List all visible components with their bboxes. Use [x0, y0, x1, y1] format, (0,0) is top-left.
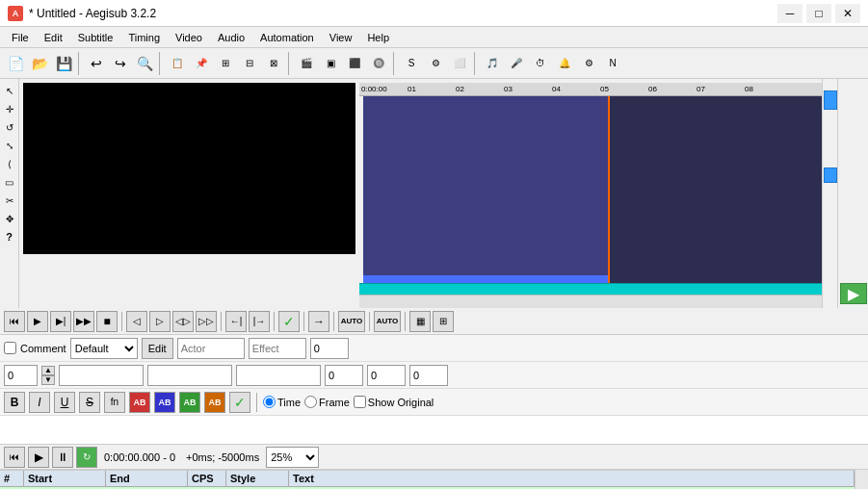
tool-move[interactable]: ✥ — [2, 211, 17, 226]
tb-b17[interactable]: ⚙ — [577, 52, 600, 75]
menu-item-view[interactable]: View — [322, 30, 360, 45]
tb-b2[interactable]: 📌 — [190, 52, 213, 75]
line-number-input[interactable] — [4, 365, 38, 386]
margin-r-input[interactable] — [367, 365, 406, 386]
snap-fwd-button[interactable]: |→ — [249, 311, 270, 332]
start-time-input[interactable]: 0:00:00.00 — [59, 365, 144, 386]
ab-button-3[interactable]: AB — [179, 392, 200, 413]
tb-b8[interactable]: ⬛ — [343, 52, 366, 75]
end-time-input[interactable]: 0:00:05.00 — [147, 365, 232, 386]
menu-item-help[interactable]: Help — [359, 30, 397, 45]
underline-button[interactable]: U — [54, 392, 75, 413]
tool-shear[interactable]: ⟨ — [2, 156, 17, 171]
menu-item-video[interactable]: Video — [168, 30, 210, 45]
time-radio[interactable] — [263, 396, 276, 408]
toggle-btn-2[interactable]: ▷ — [149, 311, 171, 332]
frame-radio[interactable] — [304, 396, 317, 408]
ab-button-1[interactable]: AB — [129, 392, 150, 413]
tool-rect[interactable]: ▭ — [2, 174, 17, 190]
menu-item-file[interactable]: File — [4, 30, 37, 45]
playback-play[interactable]: ▶ — [28, 447, 49, 468]
spin-down[interactable]: ▼ — [41, 375, 55, 385]
bold-button[interactable]: B — [4, 392, 25, 413]
strikeout-button[interactable]: S — [79, 392, 100, 413]
find-button[interactable]: 🔍 — [133, 52, 156, 75]
toggle-btn-3[interactable]: ◁▷ — [172, 311, 194, 332]
tool-crosshair[interactable]: ✛ — [2, 101, 17, 116]
goto-start-button[interactable]: ⏮ — [4, 311, 25, 332]
line-number-spinners[interactable]: ▲ ▼ — [41, 366, 55, 385]
tb-b3[interactable]: ⊞ — [214, 52, 237, 75]
maximize-button[interactable]: □ — [806, 4, 831, 23]
menu-item-timing[interactable]: Timing — [120, 30, 168, 45]
zoom-select[interactable]: 25% 50% 100% — [266, 447, 319, 468]
menu-item-edit[interactable]: Edit — [37, 30, 70, 45]
menu-item-subtitle[interactable]: Subtitle — [70, 30, 121, 45]
margin-l-input[interactable] — [325, 365, 363, 386]
show-original-checkbox[interactable] — [354, 396, 366, 408]
tb-b18[interactable]: N — [601, 52, 624, 75]
check-button[interactable]: ✓ — [278, 311, 300, 332]
playback-pause[interactable]: ⏸ — [52, 447, 73, 468]
ab-button-2[interactable]: AB — [154, 392, 175, 413]
tool-select[interactable]: ↖ — [2, 83, 17, 98]
tb-b4[interactable]: ⊟ — [238, 52, 261, 75]
tb-b10[interactable]: S — [400, 52, 423, 75]
menu-item-automation[interactable]: Automation — [252, 30, 322, 45]
redo-button[interactable]: ↪ — [109, 52, 132, 75]
undo-button[interactable]: ↩ — [85, 52, 108, 75]
spin-up[interactable]: ▲ — [41, 366, 55, 375]
tool-help[interactable]: ? — [2, 229, 17, 244]
right-scrollbar[interactable] — [822, 79, 837, 308]
open-button[interactable]: 📂 — [28, 52, 51, 75]
stop-button[interactable]: ■ — [96, 311, 118, 332]
tb-b7[interactable]: ▣ — [319, 52, 342, 75]
tb-b12[interactable]: ⬜ — [448, 52, 471, 75]
menu-item-audio[interactable]: Audio — [210, 30, 252, 45]
histogram-button[interactable]: ▦ — [409, 311, 431, 332]
tool-rotate[interactable]: ↺ — [2, 119, 17, 135]
playback-prev[interactable]: ⏮ — [4, 447, 25, 468]
tb-b16[interactable]: 🔔 — [553, 52, 576, 75]
toggle-btn-1[interactable]: ◁ — [126, 311, 147, 332]
tb-b15[interactable]: ⏱ — [529, 52, 552, 75]
tb-b1[interactable]: 📋 — [166, 52, 189, 75]
timeline-video-area[interactable] — [363, 96, 822, 283]
margin-v-input[interactable] — [409, 365, 448, 386]
tb-b6[interactable]: 🎬 — [295, 52, 318, 75]
green-action-button[interactable]: ▶ — [840, 283, 867, 304]
margin-input[interactable] — [310, 338, 349, 359]
tb-b13[interactable]: 🎵 — [481, 52, 504, 75]
checkmark-button[interactable]: ✓ — [229, 392, 250, 413]
snap-back-button[interactable]: ←| — [225, 311, 247, 332]
tool-clip[interactable]: ✂ — [2, 193, 17, 208]
tool-scale[interactable]: ⤡ — [2, 138, 17, 153]
forward-button[interactable]: → — [308, 311, 329, 332]
duration-input[interactable]: 0:00:05.00 — [236, 365, 321, 386]
timeline-scrollbar[interactable] — [359, 295, 822, 308]
italic-button[interactable]: I — [29, 392, 50, 413]
save-button[interactable]: 💾 — [52, 52, 75, 75]
auto-button-1[interactable]: AUTO — [338, 311, 365, 332]
play-2-button[interactable]: ▶| — [50, 311, 71, 332]
toggle-btn-4[interactable]: ▷▷ — [196, 311, 217, 332]
minimize-button[interactable]: ─ — [777, 4, 802, 23]
subtitle-list-scrollbar[interactable] — [855, 470, 868, 489]
fn-button[interactable]: fn — [104, 392, 125, 413]
play-3-button[interactable]: ▶▶ — [73, 311, 94, 332]
timeline-audio-bar[interactable] — [359, 283, 822, 295]
text-input-area[interactable] — [0, 416, 868, 445]
play-button[interactable]: ▶ — [27, 311, 48, 332]
comment-checkbox[interactable] — [4, 342, 16, 354]
new-button[interactable]: 📄 — [4, 52, 27, 75]
playback-loop[interactable]: ↻ — [76, 447, 97, 468]
tb-b9[interactable]: 🔘 — [367, 52, 390, 75]
spectrum-button[interactable]: ⊞ — [433, 311, 454, 332]
vscroll-thumb-1[interactable] — [824, 90, 837, 110]
effect-input[interactable] — [249, 338, 306, 359]
tb-b5[interactable]: ⊠ — [262, 52, 285, 75]
auto-button-2[interactable]: AUTO — [374, 311, 401, 332]
actor-input[interactable] — [177, 338, 245, 359]
style-select[interactable]: Default — [70, 338, 138, 359]
tb-b11[interactable]: ⚙ — [424, 52, 447, 75]
